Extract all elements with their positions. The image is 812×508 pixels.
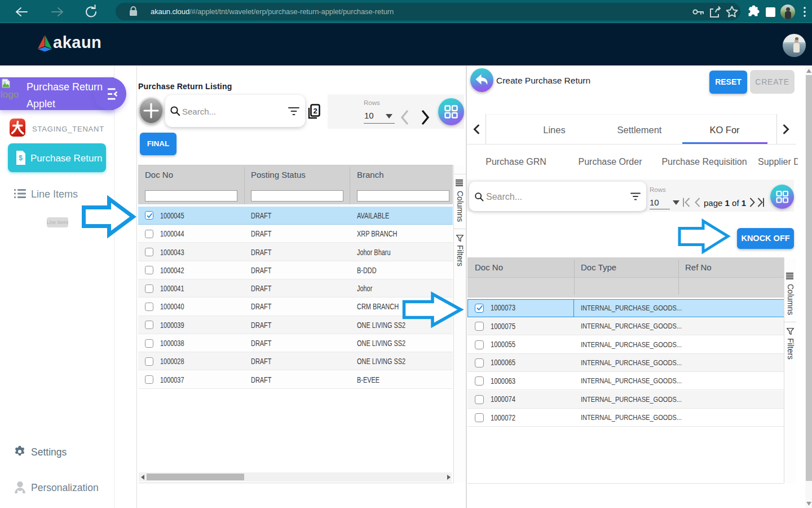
svg-text:$: $ [19,154,23,162]
svg-text:2: 2 [313,107,317,115]
